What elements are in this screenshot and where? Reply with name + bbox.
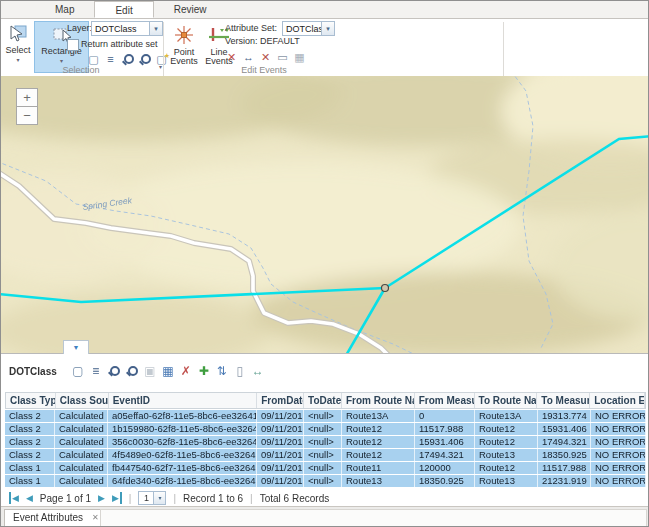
table-cell[interactable]: Calculated <box>55 449 108 461</box>
table-cell[interactable]: Class 2 <box>5 449 55 461</box>
identify-page-icon[interactable]: ▯ <box>233 364 247 379</box>
table-cell[interactable]: 17494.321 <box>538 436 591 448</box>
layer-combobox[interactable]: DOTClass <box>91 21 150 36</box>
table-cell[interactable]: Calculated <box>55 410 108 422</box>
table-row[interactable]: Class 2Calculateda05effa0-62f8-11e5-8bc6… <box>5 410 646 422</box>
zoom-out-button[interactable]: − <box>16 106 38 125</box>
measure-range-icon[interactable]: ↔ <box>242 51 255 64</box>
route-junction-marker[interactable] <box>382 285 389 292</box>
table-cell[interactable]: Class 2 <box>5 436 55 448</box>
previous-page-button[interactable]: ◀ <box>26 492 33 504</box>
zoom-in-button[interactable]: + <box>16 88 38 107</box>
table-cell[interactable]: Class 2 <box>5 423 55 435</box>
column-header-from-route-name[interactable]: From Route Name <box>342 393 415 408</box>
table-cell[interactable]: 356c0030-62f8-11e5-8bc6-ee32641d5ec9 <box>108 436 257 448</box>
sort-icon[interactable]: ⇅ <box>215 364 229 379</box>
tab-map[interactable]: Map <box>35 1 94 18</box>
table-cell[interactable]: 15931.406 <box>415 436 475 448</box>
tab-event-attributes[interactable]: Event Attributes ✕ <box>4 509 108 527</box>
table-cell[interactable]: 18350.925 <box>415 475 475 487</box>
table-cell[interactable]: Route12 <box>475 462 538 474</box>
table-cell[interactable]: Route12 <box>342 423 415 435</box>
last-page-button[interactable]: ▶ <box>112 492 122 504</box>
show-selected-records-icon[interactable]: ≡ <box>89 364 103 379</box>
select-features-icon[interactable]: ▢ <box>71 364 85 379</box>
column-header-todate[interactable]: ToDate <box>304 393 342 408</box>
map-canvas[interactable]: Spring Creek + − <box>1 76 649 353</box>
collapse-panel-button[interactable]: ▼ <box>63 340 89 354</box>
table-cell[interactable]: 4f5489e0-62f8-11e5-8bc6-ee32641d5ec9 <box>108 449 257 461</box>
table-cell[interactable]: NO ERROR <box>591 423 646 435</box>
table-cell[interactable]: 09/11/2015 <box>257 462 304 474</box>
table-cell[interactable]: <null> <box>304 423 342 435</box>
delete-events-icon[interactable]: ✗ <box>179 364 193 379</box>
table-cell[interactable]: 09/11/2015 <box>257 449 304 461</box>
table-cell[interactable]: <null> <box>304 462 342 474</box>
table-cell[interactable]: 18350.925 <box>538 449 591 461</box>
column-header-eventid[interactable]: EventID <box>109 393 258 408</box>
column-header-location-error[interactable]: Location Error <box>590 393 645 408</box>
table-cell[interactable]: Calculated <box>55 436 108 448</box>
table-cell[interactable]: <null> <box>304 436 342 448</box>
table-cell[interactable]: Route13 <box>475 449 538 461</box>
table-cell[interactable]: Route12 <box>475 436 538 448</box>
table-cell[interactable]: 11517.988 <box>415 423 475 435</box>
attribute-grid-icon[interactable]: ▦ <box>161 364 175 379</box>
layer-dropdown-button[interactable]: ▾ <box>149 21 163 36</box>
table-row[interactable]: Class 2Calculated356c0030-62f8-11e5-8bc6… <box>5 436 646 448</box>
table-cell[interactable]: 11517.988 <box>538 462 591 474</box>
attribute-set-dropdown-button[interactable]: ▾ <box>321 21 335 36</box>
column-header-to-measure[interactable]: To Measure <box>537 393 590 408</box>
event-grid-window-icon[interactable]: ▦ <box>293 51 306 64</box>
table-cell[interactable]: NO ERROR <box>591 462 646 474</box>
table-cell[interactable]: Route13A <box>342 410 415 422</box>
zoom-to-selection-icon[interactable] <box>107 364 121 379</box>
table-cell[interactable]: <null> <box>304 410 342 422</box>
table-cell[interactable]: Route11 <box>342 462 415 474</box>
table-cell[interactable]: Route13A <box>475 410 538 422</box>
pan-to-selection-icon[interactable] <box>125 364 139 379</box>
table-cell[interactable]: Class 2 <box>5 410 55 422</box>
table-cell[interactable]: Route13 <box>475 475 538 487</box>
table-cell[interactable]: 1b159980-62f8-11e5-8bc6-ee32641d5ec9 <box>108 423 257 435</box>
chevron-down-icon[interactable]: ▾ <box>3 56 33 65</box>
page-select[interactable]: 1 ▾ <box>138 491 166 505</box>
split-event-icon[interactable]: ✕ <box>225 51 238 64</box>
table-cell[interactable]: 120000 <box>415 462 475 474</box>
table-cell[interactable]: <null> <box>304 449 342 461</box>
table-cell[interactable]: NO ERROR <box>591 410 646 422</box>
table-cell[interactable]: 09/11/2015 <box>257 475 304 487</box>
table-cell[interactable]: Calculated <box>55 423 108 435</box>
table-cell[interactable]: Calculated <box>55 462 108 474</box>
next-page-button[interactable]: ▶ <box>98 492 105 504</box>
column-header-class-type[interactable]: Class Type <box>6 393 56 408</box>
measure-icon[interactable]: ↔ <box>251 364 265 379</box>
event-window-icon[interactable]: ▭ <box>276 51 289 64</box>
chevron-down-icon[interactable]: ▾ <box>153 492 165 504</box>
append-row-icon[interactable]: ✚ <box>197 364 211 379</box>
column-header-to-route-name[interactable]: To Route Name <box>475 393 538 408</box>
column-header-from-measure[interactable]: From Measure <box>415 393 475 408</box>
return-attribute-set-checkbox[interactable] <box>67 39 79 51</box>
table-row[interactable]: Class 1Calculated64fde340-62f8-11e5-8bc6… <box>5 475 646 487</box>
table-cell[interactable]: NO ERROR <box>591 475 646 487</box>
table-cell[interactable]: 21231.919 <box>538 475 591 487</box>
save-edits-icon[interactable]: ▣ <box>143 364 157 379</box>
table-row[interactable]: Class 2Calculated1b159980-62f8-11e5-8bc6… <box>5 423 646 435</box>
snap-event-icon[interactable]: ✕ <box>259 51 272 64</box>
tab-edit[interactable]: Edit <box>94 1 153 18</box>
table-cell[interactable]: Calculated <box>55 475 108 487</box>
close-icon[interactable]: ✕ <box>92 512 99 524</box>
table-cell[interactable]: NO ERROR <box>591 436 646 448</box>
table-cell[interactable]: NO ERROR <box>591 449 646 461</box>
first-page-button[interactable]: ◀ <box>9 492 19 504</box>
table-cell[interactable]: a05effa0-62f8-11e5-8bc6-ee32641d5ec9 <box>108 410 257 422</box>
attribute-set-combobox[interactable]: DOTClass <box>282 21 322 36</box>
table-cell[interactable]: 0 <box>415 410 475 422</box>
table-cell[interactable]: 09/11/2015 <box>257 436 304 448</box>
table-cell[interactable]: <null> <box>304 475 342 487</box>
table-cell[interactable]: 09/11/2015 <box>257 410 304 422</box>
column-header-fromdate[interactable]: FromDate <box>257 393 304 408</box>
tab-review[interactable]: Review <box>154 1 227 18</box>
table-cell[interactable]: 09/11/2015 <box>257 423 304 435</box>
